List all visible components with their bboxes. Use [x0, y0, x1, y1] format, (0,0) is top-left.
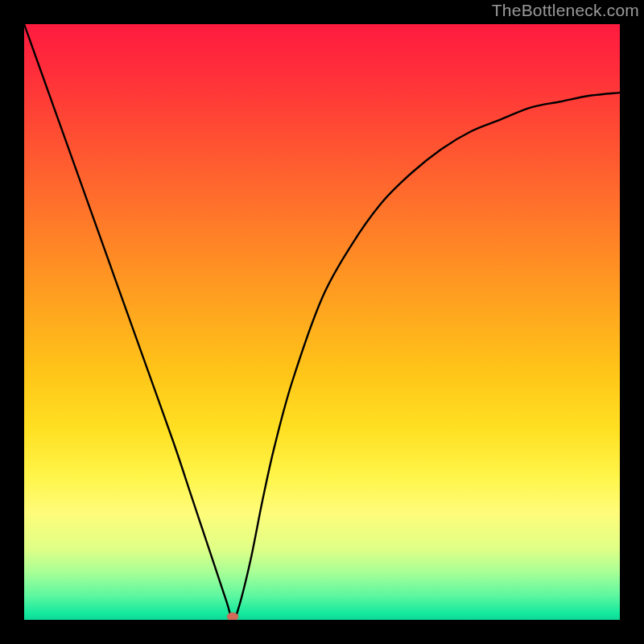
minimum-marker — [227, 613, 238, 620]
watermark-text: TheBottleneck.com — [492, 1, 639, 20]
chart-frame: TheBottleneck.com — [0, 0, 644, 644]
bottleneck-curve — [24, 24, 620, 620]
plot-area — [24, 24, 620, 620]
curve-layer — [24, 24, 620, 620]
